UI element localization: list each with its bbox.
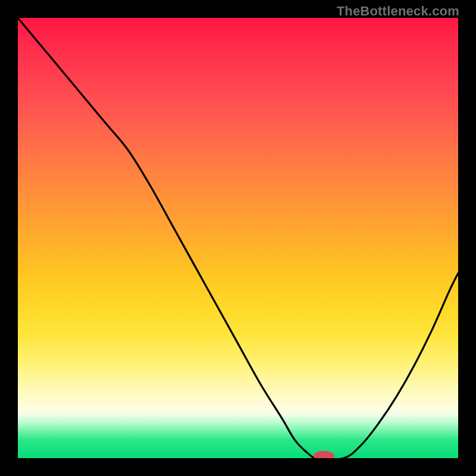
plot-area	[18, 18, 458, 458]
curve-path	[18, 18, 458, 458]
watermark-text: TheBottleneck.com	[337, 4, 459, 19]
curve-svg	[18, 18, 458, 458]
optimum-marker	[314, 451, 335, 458]
chart-stage: TheBottleneck.com	[0, 0, 476, 476]
